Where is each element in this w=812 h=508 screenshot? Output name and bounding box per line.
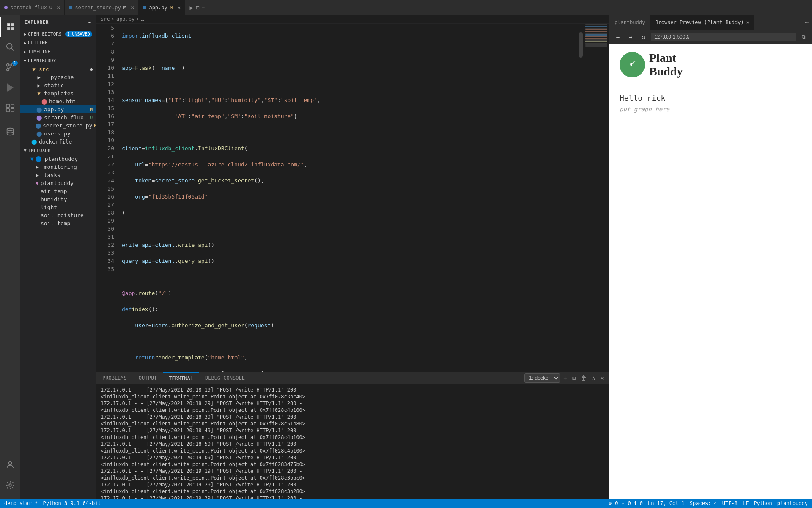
svg-rect-13 [11, 109, 14, 112]
influx-plantbuddy-db[interactable]: ▼ plantbuddy [20, 179, 96, 187]
sidebar-src-folder[interactable]: ▼ src ● [20, 65, 96, 73]
terminal-log-line: 172.17.0.1 - - [27/May/2021 20:18:19] "P… [101, 387, 605, 393]
explorer-title: EXPLORER [25, 19, 49, 25]
terminal-log-line: <influxdb_client.client.write_point.Poin… [101, 393, 605, 400]
tab-app-py[interactable]: app.py M × [139, 0, 185, 15]
tab-close-app[interactable]: × [177, 5, 181, 11]
sidebar-users-py[interactable]: ⬤ users.py [20, 130, 96, 138]
sidebar-secret-store[interactable]: ⬤ secret_store.py M [20, 121, 96, 130]
status-plantbuddy[interactable]: plantbuddy [777, 500, 808, 506]
influx-soil-temp[interactable]: soil_temp [20, 219, 96, 227]
influx-soil-moisture[interactable]: soil_moisture [20, 211, 96, 219]
home-html-label: home.html [49, 98, 79, 105]
status-python[interactable]: Python 3.9.1 64-bit [43, 500, 101, 506]
terminal-log-line: <influxdb_client.client.write_point.Poin… [101, 461, 605, 468]
debug-console-label: DEBUG CONSOLE [205, 375, 245, 381]
influx-humidity[interactable]: humidity [20, 195, 96, 203]
account-icon[interactable] [0, 455, 20, 475]
status-encoding[interactable]: UTF-8 [722, 500, 738, 506]
influx-tasks[interactable]: ▶ _tasks [20, 171, 96, 179]
influx-air-temp[interactable]: air_temp [20, 187, 96, 195]
browser-forward-icon[interactable]: → [625, 32, 636, 42]
sidebar-static[interactable]: ▶ static [20, 81, 96, 89]
url-bar[interactable] [651, 33, 796, 41]
status-cursor[interactable]: Ln 17, Col 1 [648, 500, 685, 506]
py-file-icon-app: ⬤ [36, 107, 42, 113]
activity-bar: 1 [0, 15, 20, 499]
sidebar-timeline[interactable]: ▶ TIMELINE [20, 47, 96, 56]
sidebar-dockerfile[interactable]: ⬤ dockerfile [20, 138, 96, 146]
status-spaces[interactable]: Spaces: 4 [690, 500, 717, 506]
flux-file-icon: ⬤ [36, 115, 42, 121]
preview-tab-more[interactable]: ⋯ [804, 18, 812, 26]
database-icon[interactable] [0, 121, 20, 142]
browser-external-icon[interactable]: ⧉ [798, 32, 809, 42]
preview-tab-close[interactable]: × [746, 19, 749, 25]
explorer-icon[interactable] [0, 17, 20, 37]
tab-close-scratch[interactable]: × [57, 5, 60, 11]
breadcrumb-sep2: › [136, 16, 139, 22]
air-temp-label: air_temp [41, 188, 67, 194]
run-debug-icon[interactable] [0, 77, 20, 98]
preview-tab-plantbuddy[interactable]: plantbuddy [609, 15, 650, 30]
terminal-content[interactable]: 172.17.0.1 - - [27/May/2021 20:18:19] "P… [96, 384, 609, 499]
sidebar-outline[interactable]: ▶ OUTLINE [20, 39, 96, 47]
source-control-icon[interactable]: 1 [0, 57, 20, 77]
status-line-ending[interactable]: LF [743, 500, 749, 506]
split-icon[interactable]: ⊡ [196, 4, 199, 11]
app-py-badge: M [90, 107, 93, 112]
sidebar-app-py[interactable]: ⬤ app.py M [20, 105, 96, 113]
search-icon[interactable] [0, 37, 20, 57]
tab-close-secret[interactable]: × [131, 5, 134, 11]
sidebar-pycache[interactable]: ▶ __pycache__ [20, 73, 96, 81]
sidebar-home-html[interactable]: ⬤ home.html [20, 97, 96, 105]
sidebar-plantbuddy[interactable]: ▼ PLANTBUDDY [20, 56, 96, 65]
errors-count: 0 [615, 500, 618, 506]
run-icon[interactable]: ▶ [189, 4, 193, 11]
tab-scratch-flux[interactable]: scratch.flux U × [0, 0, 65, 15]
terminal-chevron-up-icon[interactable]: ∧ [590, 374, 597, 382]
terminal-add-icon[interactable]: + [562, 374, 568, 382]
preview-tab-browser[interactable]: Browser Preview (Plant Buddy) × [650, 15, 754, 30]
status-language[interactable]: Python [754, 500, 772, 506]
tab-label-secret: secret_store.py [75, 5, 121, 11]
code-editor[interactable]: 56789 1011121314 1516171819 2021222324 2… [96, 24, 609, 372]
influx-light[interactable]: light [20, 203, 96, 211]
tab-actions: ▶ ⊡ ⋯ [185, 0, 209, 15]
extensions-icon[interactable] [0, 98, 20, 118]
browser-refresh-icon[interactable]: ↻ [638, 32, 648, 42]
terminal-trash-icon[interactable]: 🗑 [579, 374, 588, 382]
sidebar-more-icon[interactable]: ⋯ [88, 18, 92, 26]
settings-icon[interactable] [0, 475, 20, 495]
terminal-close-icon[interactable]: × [599, 374, 606, 382]
terminal-split-icon[interactable]: ⊞ [571, 374, 577, 382]
open-editors-label: OPEN EDITORS [28, 31, 61, 37]
source-control-badge: 1 [12, 61, 18, 66]
humidity-label: humidity [41, 196, 67, 202]
terminal-log-line: <influxdb_client.client.write_point.Poin… [101, 488, 605, 495]
sidebar-open-editors[interactable]: ▶ OPEN EDITORS 1 UNSAVED [20, 30, 96, 39]
sidebar-header: EXPLORER ⋯ [20, 15, 96, 30]
breadcrumb-more[interactable]: … [141, 16, 144, 22]
sidebar-scratch-flux[interactable]: ⬤ scratch.flux U [20, 113, 96, 121]
tab-problems[interactable]: PROBLEMS [96, 372, 133, 384]
breadcrumb-app-py[interactable]: app.py [116, 16, 134, 22]
outline-chevron: ▶ [24, 41, 26, 45]
influx-monitoring[interactable]: ▶ _monitoring [20, 163, 96, 171]
more-actions-icon[interactable]: ⋯ [202, 4, 205, 11]
browser-back-icon[interactable]: ← [613, 32, 623, 42]
tab-debug-console[interactable]: DEBUG CONSOLE [199, 372, 251, 384]
tab-secret-store[interactable]: secret_store.py M × [65, 0, 139, 15]
status-branch[interactable]: demo_start* [4, 500, 38, 506]
terminal-dropdown[interactable]: 1: docker [524, 373, 560, 383]
status-errors[interactable]: ⊗ 0 ⚠ 0 ℹ 0 [609, 500, 643, 506]
breadcrumb-src[interactable]: src [101, 16, 110, 22]
influx-plantbuddy[interactable]: ▼ plantbuddy [20, 155, 96, 163]
code-content[interactable]: import influxdb_client app = Flask(__nam… [118, 24, 578, 372]
terminal-tab-actions: 1: docker + ⊞ 🗑 ∧ × [524, 373, 609, 383]
tab-terminal[interactable]: TERMINAL [163, 372, 199, 384]
sidebar-templates[interactable]: ▼ templates [20, 89, 96, 97]
influxdb-header[interactable]: ▼ INFLUXDB [20, 146, 96, 155]
static-label: static [44, 82, 64, 88]
tab-output[interactable]: OUTPUT [133, 372, 163, 384]
